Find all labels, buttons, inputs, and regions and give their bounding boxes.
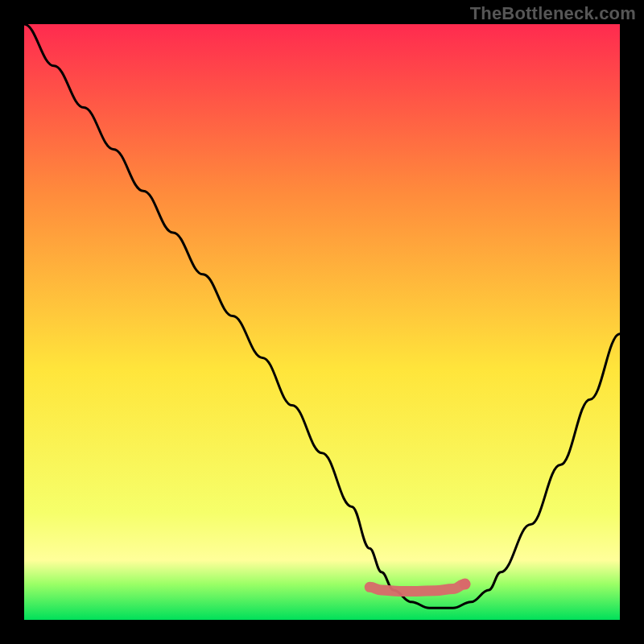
chart-svg: [24, 24, 620, 620]
watermark-text: TheBottleneck.com: [470, 3, 636, 24]
chart-frame: TheBottleneck.com: [0, 0, 644, 644]
plot-area: [24, 24, 620, 620]
gradient-background: [24, 24, 620, 620]
optimal-range-end-dot: [460, 579, 471, 590]
